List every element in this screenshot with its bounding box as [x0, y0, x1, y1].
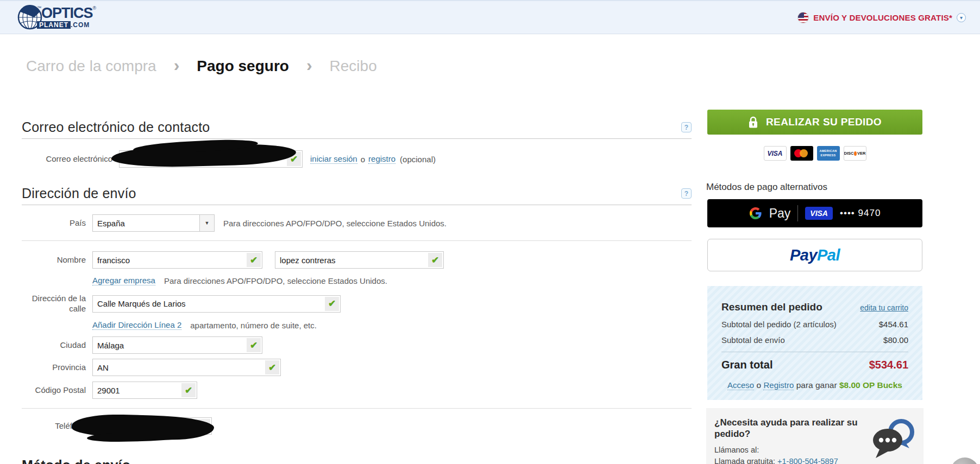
- breadcrumb-separator-icon: ›: [306, 56, 312, 76]
- zip-input[interactable]: [93, 383, 181, 398]
- register-rewards-link[interactable]: Registro: [763, 380, 794, 390]
- checkout-page: ™OPTICS® PLANET .COM ENVÍO Y DEVOLUCIONE…: [0, 0, 980, 464]
- shipping-title: Dirección de envío: [22, 186, 136, 201]
- google-g-icon: [749, 207, 762, 220]
- dropdown-arrow-icon: ▼: [199, 215, 214, 231]
- chat-float-button[interactable]: [951, 457, 979, 464]
- alt-payment-title: Métodos de pago alternativos: [706, 182, 827, 193]
- valid-check-icon: ✔: [325, 297, 339, 311]
- country-hint: Para direcciones APO/FPO/DPO, seleccione…: [223, 219, 447, 228]
- shipping-subtotal-label: Subtotal de envío: [721, 335, 785, 345]
- first-name-box: ✔: [92, 251, 262, 269]
- lock-icon: [748, 116, 758, 129]
- street-input[interactable]: [93, 296, 325, 312]
- tm-mark: ™: [37, 5, 41, 10]
- register-link[interactable]: registro: [368, 154, 395, 164]
- access-link[interactable]: Acceso: [727, 380, 754, 390]
- gpay-card-number: •••• 9470: [840, 208, 881, 219]
- valid-check-icon: ✔: [247, 338, 261, 352]
- gpay-visa-badge: VISA: [805, 207, 833, 220]
- us-flag-icon: [797, 12, 809, 23]
- paypal-button[interactable]: PayPal: [707, 239, 922, 271]
- divider: [22, 408, 692, 409]
- valid-check-icon: ✔: [247, 253, 261, 267]
- divider: [22, 240, 692, 241]
- add-company-link[interactable]: Agregar empresa: [92, 276, 155, 285]
- country-value: España: [93, 215, 199, 231]
- rewards-line: Acceso o Registro para ganar $8.00 OP Bu…: [721, 380, 908, 390]
- province-label: Provincia: [22, 363, 86, 373]
- discover-card-icon: DISCVER: [844, 146, 866, 161]
- place-order-button[interactable]: REALIZAR SU PEDIDO: [707, 110, 922, 135]
- phone-link[interactable]: +1-800-504-5897: [777, 457, 838, 464]
- edit-cart-link[interactable]: edita tu carrito: [860, 303, 908, 312]
- company-row: Agregar empresa Para direcciones APO/FPO…: [92, 276, 387, 285]
- site-header: ™OPTICS® PLANET .COM ENVÍO Y DEVOLUCIONE…: [0, 0, 980, 34]
- paypal-logo: PayPal: [790, 246, 840, 264]
- free-shipping-banner[interactable]: ENVÍO Y DEVOLUCIONES GRATIS* ▾: [797, 12, 966, 23]
- or-text: o: [757, 380, 762, 390]
- province-input[interactable]: [93, 360, 265, 375]
- street-label: Dirección de la calle: [22, 294, 86, 314]
- place-order-label: REALIZAR SU PEDIDO: [766, 116, 882, 128]
- subtotal-label: Subtotal del pedido (2 artículos): [721, 320, 837, 329]
- shipping-section-header: Dirección de envío ?: [22, 182, 692, 205]
- breadcrumb-payment: Pago seguro: [197, 58, 289, 75]
- company-hint: Para direcciones APO/FPO/DPO, seleccione…: [164, 276, 387, 285]
- divider: [797, 205, 798, 221]
- chat-bubbles-icon: [871, 416, 916, 460]
- contact-email-section-header: Correo electrónico de contacto ?: [22, 116, 692, 139]
- opticsplanet-logo[interactable]: ™OPTICS® PLANET .COM: [16, 4, 96, 31]
- city-label: Ciudad: [22, 340, 86, 351]
- address2-hint: apartamento, número de suite, etc.: [190, 321, 317, 330]
- valid-check-icon: ✔: [265, 360, 279, 374]
- google-pay-button[interactable]: Pay VISA •••• 9470: [707, 199, 922, 227]
- free-shipping-label: ENVÍO Y DEVOLUCIONES GRATIS*: [813, 13, 952, 22]
- chevron-down-icon[interactable]: ▾: [957, 13, 966, 22]
- accepted-cards: VISA AMERICANEXPRESS DISCVER: [707, 146, 922, 161]
- first-name-input[interactable]: [93, 252, 247, 268]
- contact-email-title: Correo electrónico de contacto: [22, 119, 210, 135]
- city-row: Ciudad ✔: [22, 336, 262, 354]
- logo-word-com: .COM: [71, 22, 90, 28]
- street-row: Dirección de la calle ✔: [22, 294, 341, 314]
- reg-mark: ®: [93, 5, 97, 11]
- breadcrumb: Carro de la compra › Pago seguro › Recib…: [26, 56, 377, 76]
- street-box: ✔: [92, 295, 341, 313]
- login-link[interactable]: iniciar sesión: [310, 154, 357, 164]
- gpay-label: Pay: [769, 206, 791, 221]
- country-select[interactable]: España ▼: [92, 214, 215, 232]
- logo-word-optics: OPTICS: [41, 5, 93, 21]
- name-label: Nombre: [22, 255, 86, 265]
- amex-card-icon: AMERICANEXPRESS: [817, 146, 840, 161]
- country-label: País: [22, 218, 86, 228]
- help-icon[interactable]: ?: [681, 188, 692, 199]
- summary-row: Subtotal del pedido (2 artículos) $454.6…: [721, 320, 908, 329]
- shipping-method-title: Método de envío: [22, 457, 130, 464]
- divider: [721, 352, 908, 352]
- shipping-method-section-header: Método de envío: [22, 454, 692, 464]
- province-row: Provincia ✔: [22, 359, 281, 376]
- breadcrumb-separator-icon: ›: [174, 56, 180, 76]
- breadcrumb-cart[interactable]: Carro de la compra: [26, 58, 156, 75]
- logo-text: ™OPTICS® PLANET .COM: [37, 6, 96, 29]
- tollfree-label: Llamada gratuita:: [714, 457, 775, 464]
- grand-total-value: $534.61: [869, 359, 908, 371]
- zip-box: ✔: [92, 382, 197, 399]
- valid-check-icon: ✔: [181, 383, 196, 397]
- or-text: o: [361, 155, 365, 164]
- add-address-line2-link[interactable]: Añadir Dirección Línea 2: [92, 320, 181, 330]
- city-box: ✔: [92, 336, 262, 354]
- logo-word-planet: PLANET: [37, 21, 71, 29]
- valid-check-icon: ✔: [428, 253, 442, 267]
- visa-card-icon: VISA: [764, 146, 787, 161]
- order-summary: Resumen del pedido edita tu carrito Subt…: [707, 286, 922, 400]
- zip-row: Código Postal ✔: [22, 382, 197, 399]
- shipping-subtotal-value: $80.00: [883, 335, 908, 345]
- last-name-input[interactable]: [275, 252, 428, 268]
- mastercard-card-icon: [790, 146, 813, 161]
- help-icon[interactable]: ?: [681, 122, 692, 132]
- zip-label: Código Postal: [22, 385, 86, 396]
- help-title: ¿Necesita ayuda para realizar su pedido?: [714, 417, 877, 440]
- city-input[interactable]: [93, 338, 247, 353]
